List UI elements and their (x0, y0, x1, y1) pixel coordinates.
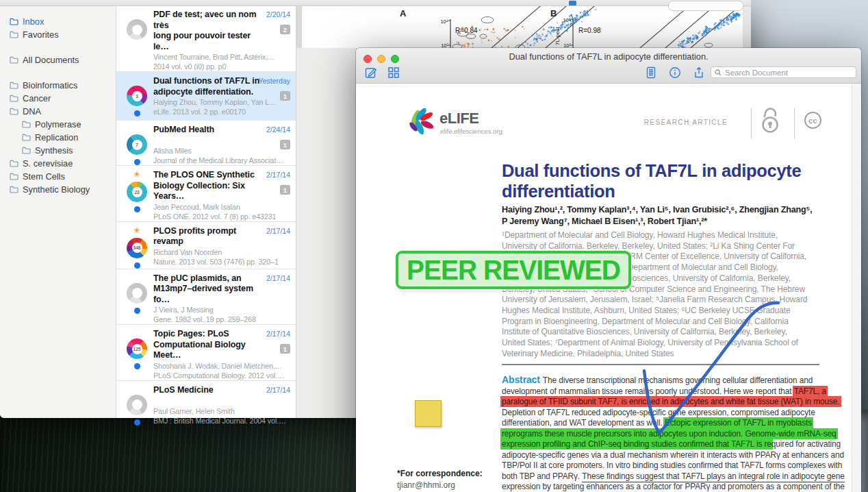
edit-icon[interactable] (364, 66, 377, 79)
document-list: PDF de test; avec un nom trèslong pour p… (116, 5, 296, 418)
document-source: Gene. 1982 vol. 19 pp. 259–268 (153, 315, 288, 324)
metric-count (132, 25, 142, 35)
underline-annotation: expression by targeting enhancers as a c… (502, 482, 845, 492)
red-highlight-annotation: TAF7L, a (793, 386, 828, 397)
library-toolbar (0, 0, 751, 6)
abstract-line: paralogue of TFIID subunit TAF7, is enri… (502, 397, 821, 408)
sidebar-item-s-cerevisiae[interactable]: S. cerevisiae (0, 157, 116, 170)
metric-count (132, 288, 142, 298)
red-highlight-annotation: paralogue of TFIID subunit TAF7, is enri… (500, 396, 841, 407)
abstract-line: expression profiling and ChIP-seq bindin… (502, 439, 821, 450)
document-title: The PLOS ONE SyntheticBiology Collection… (153, 170, 268, 202)
flag-star-icon[interactable]: ★ (133, 226, 141, 235)
svg-text:7L-post: 7L-post (554, 27, 561, 45)
sidebar-item-bioinformatics[interactable]: Bioinformatics (0, 79, 116, 92)
document-authors: Paul Garner, Helen Smith (153, 406, 288, 416)
abstract-text: TBP/Pol II at core promoters. In vitro b… (502, 460, 842, 470)
document-authors: Richard Van Noorden (153, 247, 288, 257)
pdf-viewer-window: Dual functions of TAF7L in adipocyte dif… (356, 48, 861, 492)
metrics-donut-empty-icon (127, 395, 147, 415)
folder-icon (10, 186, 18, 193)
document-list-item[interactable]: ★348PLOS profits prompt revampRichard Va… (116, 221, 296, 269)
document-source: Journal of the Medical Library Associat… (153, 156, 288, 165)
count-badge: 1 (280, 185, 290, 195)
cc-license-icon: cc (804, 112, 821, 129)
document-title: Topic Pages: PLoSComputational Biology M… (153, 329, 268, 361)
document-authors: Jean Peccoud, Mark Isalan (153, 202, 288, 212)
sidebar-item-inbox[interactable]: Inbox (0, 15, 116, 28)
section-divider (502, 364, 819, 365)
abstract-line: expression by targeting enhancers as a c… (502, 482, 821, 492)
sidebar-item-synthetic-biology[interactable]: Synthetic Biology (0, 183, 116, 196)
flag-star-icon[interactable]: ★ (133, 170, 141, 179)
document-authors: J Vieira, J Messing (153, 305, 288, 315)
metric-count: 125 (132, 344, 142, 354)
document-date: 2/17/14 (266, 330, 290, 338)
svg-text:10²: 10² (563, 42, 571, 48)
unread-dot (134, 419, 140, 426)
svg-text:A: A (400, 8, 407, 19)
document-list-item[interactable]: ★23The PLOS ONE SyntheticBiology Collect… (116, 165, 296, 221)
document-list-item[interactable]: PLoS MedicinePaul Garner, Helen SmithBMJ… (116, 380, 296, 426)
sidebar-item-polymerase[interactable]: Polymerase (0, 118, 116, 131)
search-input[interactable] (724, 68, 852, 77)
header-divider (751, 108, 752, 138)
info-icon[interactable] (668, 66, 681, 79)
affiliation-line: ¹Department of Molecular and Cell Biolog… (502, 230, 821, 241)
metrics-donut-empty-icon (127, 283, 147, 304)
sidebar-item-label: S. cerevisiae (23, 158, 73, 169)
abstract-text: both TBP and PPARγ. (502, 471, 582, 481)
sidebar-item-dna[interactable]: DNA (0, 105, 116, 118)
document-list-item[interactable]: 125Topic Pages: PLoSComputational Biolog… (116, 324, 296, 380)
sidebar-item-stem-cells[interactable]: Stem Cells (0, 170, 116, 183)
folder-icon (10, 95, 18, 102)
document-date: 2/17/14 (266, 386, 290, 394)
count-badge: 1 (280, 344, 290, 354)
abstract-line: reprograms these muscle precursors into … (502, 429, 821, 440)
pdf-scrollbar[interactable] (852, 84, 861, 492)
document-title: PLOS profits prompt revamp (153, 226, 268, 247)
sidebar-item-favorites[interactable]: Favorites (0, 28, 116, 41)
publisher-name: eLIFE (439, 110, 478, 127)
document-title: PLoS Medicine (153, 385, 268, 406)
svg-text:10⁴: 10⁴ (440, 19, 448, 25)
sidebar-item-replication[interactable]: Replication (0, 131, 116, 144)
abstract-line: development of mammalian tissue remains … (502, 386, 821, 397)
document-source: BMJ : British Medical Journal. 2004 vol.… (153, 416, 288, 426)
abstract-text: Depletion of TAF7L reduced adipocyte-spe… (502, 408, 815, 417)
thumbnails-icon[interactable] (387, 66, 400, 79)
affiliation-line: University of Jerusalem, Jerusalem, Isra… (502, 295, 821, 306)
sidebar-item-all-documents[interactable]: All Documents (0, 53, 116, 66)
sticky-note-annotation[interactable] (415, 400, 442, 427)
sidebar-item-label: Inbox (23, 16, 44, 27)
count-badge: 2 (280, 25, 290, 34)
affiliation-line: Institute of Quantitative Biosciences, U… (502, 327, 821, 338)
open-access-icon (760, 106, 780, 136)
abstract-text: The diverse transcriptional mechanisms g… (543, 376, 813, 385)
header-divider (794, 108, 795, 138)
metrics-donut-empty-icon (127, 19, 147, 40)
elife-logo (405, 104, 437, 140)
folder-icon (10, 160, 18, 167)
affiliation-line: Veterinary Medicine, Philadelphia, Unite… (502, 349, 821, 360)
figure-page: A10⁴10²R=0.84B10⁴10²R=0.987L-post (296, 5, 751, 48)
document-list-item[interactable]: 7PubMed HealthAlisha MilesJournal of the… (116, 120, 296, 165)
document-authors: Shoshana J. Wodak, Daniel Mietchen,… (153, 361, 288, 371)
sidebar-item-label: Stem Cells (23, 171, 65, 182)
document-list-item[interactable]: PDF de test; avec un nom trèslong pour p… (116, 5, 296, 71)
library-view-icon[interactable] (569, 1, 576, 5)
library-search-field[interactable] (668, 1, 743, 11)
document-date: 2/24/14 (266, 125, 290, 134)
folder-icon (10, 82, 18, 89)
sidebar-item-synthesis[interactable]: Synthesis (0, 144, 116, 157)
notes-icon[interactable] (644, 66, 657, 79)
sidebar-item-cancer[interactable]: Cancer (0, 92, 116, 105)
unread-dot (134, 308, 140, 314)
document-list-item[interactable]: The pUC plasmids, anM13mp7–derived syste… (116, 269, 296, 325)
document-list-item[interactable]: 3Dual functions of TAF7L inadipocyte dif… (116, 71, 296, 120)
share-icon[interactable] (692, 66, 705, 79)
window-title: Dual functions of TAF7L in adipocyte dif… (356, 51, 861, 62)
article-type-label: RESEARCH ARTICLE (618, 119, 728, 126)
document-title: PubMed Health (153, 125, 268, 146)
sidebar-item-label: Bioinformatics (23, 80, 77, 90)
